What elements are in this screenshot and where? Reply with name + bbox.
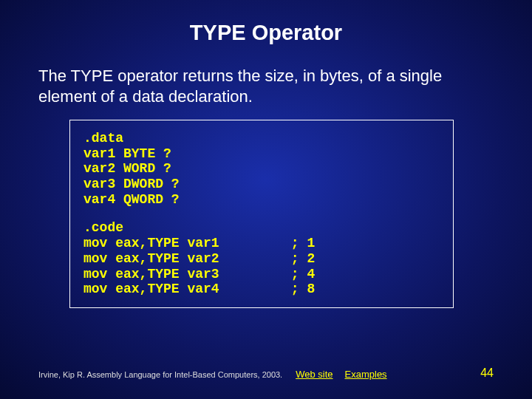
web-site-link[interactable]: Web site	[296, 369, 332, 380]
code-code-section: .code mov eax,TYPE var1 ; 1 mov eax,TYPE…	[83, 220, 440, 296]
footer: Irvine, Kip R. Assembly Language for Int…	[38, 369, 494, 380]
slide-title: TYPE Operator	[38, 21, 494, 45]
code-data-section: .data var1 BYTE ? var2 WORD ? var3 DWORD…	[83, 131, 180, 207]
page-number: 44	[480, 366, 494, 380]
credit-text: Irvine, Kip R. Assembly Language for Int…	[38, 370, 282, 379]
slide: TYPE Operator The TYPE operator returns …	[0, 0, 532, 399]
examples-link[interactable]: Examples	[345, 369, 387, 380]
code-box: .data var1 BYTE ? var2 WORD ? var3 DWORD…	[69, 120, 454, 308]
slide-description: The TYPE operator returns the size, in b…	[38, 66, 494, 106]
footer-links: Web site Examples	[296, 369, 386, 380]
